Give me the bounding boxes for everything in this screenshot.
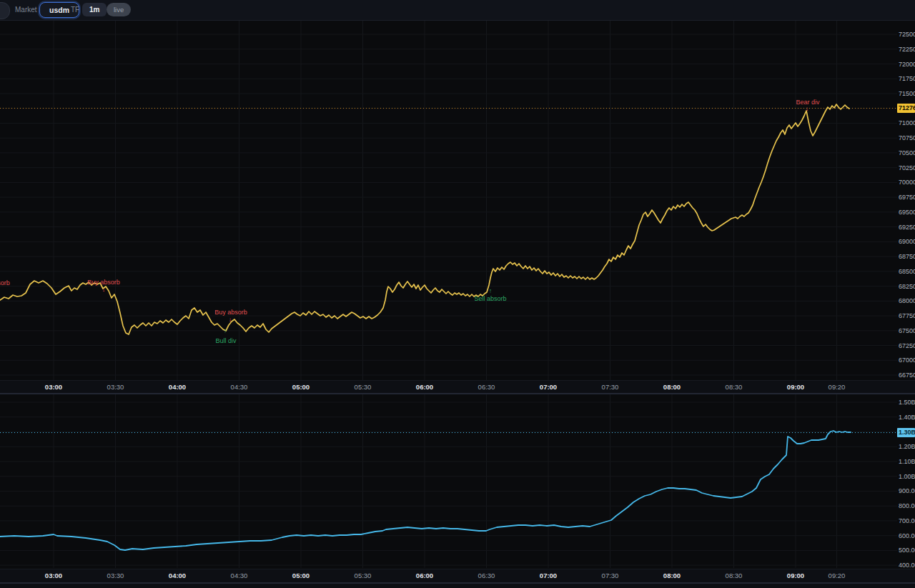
time-axis-label: 06:00 [416, 381, 433, 394]
time-axis-label: 07:30 [602, 381, 619, 394]
arrow-down-icon: ↓ [806, 106, 809, 112]
signal-annotation: Buy absorb [0, 279, 10, 286]
arrow-down-icon: ↓ [102, 286, 106, 293]
time-axis[interactable]: 03:0003:3004:0004:3005:0005:3006:0006:30… [0, 380, 915, 394]
open-interest-line [0, 431, 851, 550]
time-axis-label: 03:00 [45, 381, 62, 394]
time-axis-label: 08:30 [726, 381, 743, 394]
time-axis-label: 04:00 [169, 381, 186, 394]
footer-strip [0, 584, 915, 588]
arrow-up-icon: ↑ [224, 328, 227, 334]
time-axis-label: 08:00 [663, 381, 681, 394]
time-axis-label: 09:20 [829, 381, 846, 394]
time-axis-label: 09:20 [829, 569, 846, 582]
arrow-up-icon: ↑ [489, 288, 493, 294]
price-plot-canvas[interactable] [0, 20, 897, 380]
open-interest-chart-panel[interactable]: 1.50B1.40B1.20B1.10B1.00B900.00M800.00M7… [0, 394, 915, 568]
signal-annotation: Buy absorb [214, 309, 247, 316]
symbol-button[interactable] [0, 2, 10, 19]
price-axis[interactable] [897, 20, 915, 380]
live-toggle-button[interactable]: live [107, 3, 131, 16]
time-axis-label: 05:30 [355, 381, 372, 394]
open-interest-plot-canvas[interactable] [0, 394, 897, 568]
time-axis-label: 04:00 [169, 569, 186, 582]
signal-annotation: Buy absorb [87, 279, 120, 286]
time-axis-label: 09:00 [787, 381, 804, 394]
time-axis-label: 06:00 [416, 569, 433, 582]
tf-label: TF [71, 0, 79, 20]
time-axis[interactable]: 03:0003:3004:0004:3005:0005:3006:0006:30… [0, 569, 915, 582]
time-axis-label: 06:30 [478, 569, 495, 582]
panel-divider[interactable] [0, 393, 915, 394]
signal-annotation: Sell absorb [474, 295, 506, 302]
signal-annotation: Bull div [215, 337, 236, 344]
top-toolbar: Market usdm TF 1m live [0, 0, 915, 21]
panel-divider [0, 582, 915, 584]
time-axis-label: 08:00 [663, 569, 681, 582]
time-axis-label: 05:00 [292, 381, 310, 394]
time-axis-label: 07:30 [602, 569, 619, 582]
time-axis-label: 06:30 [478, 381, 495, 394]
time-axis-label: 05:30 [355, 569, 372, 582]
market-label: Market [15, 0, 37, 20]
time-axis-label: 03:30 [107, 381, 124, 394]
time-axis-label: 09:00 [787, 569, 804, 582]
time-axis-label: 07:00 [540, 569, 557, 582]
time-axis-label: 05:00 [292, 569, 310, 582]
time-axis-label: 03:30 [107, 569, 124, 582]
time-axis-label: 08:30 [726, 569, 743, 582]
time-axis-label: 07:00 [540, 381, 557, 394]
time-axis-label: 03:00 [45, 569, 62, 582]
interval-button[interactable]: 1m [82, 3, 107, 16]
open-interest-axis[interactable] [897, 394, 915, 568]
arrow-down-icon: ↓ [229, 317, 232, 323]
time-axis-label: 04:30 [231, 381, 248, 394]
price-chart-panel[interactable]: 7250072250720007175071500710007075070500… [0, 20, 915, 380]
time-axis-label: 04:30 [231, 569, 248, 582]
